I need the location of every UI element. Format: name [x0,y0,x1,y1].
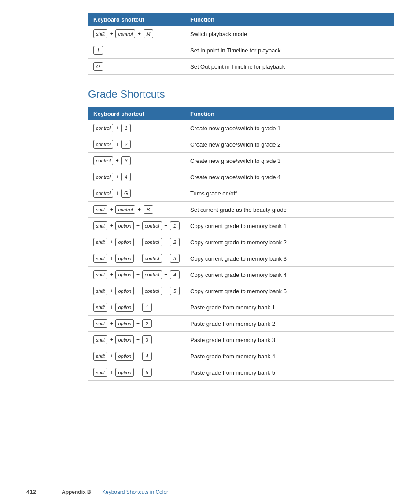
shortcut-keys: control + 2 [88,136,185,153]
table-row: control + 2 Create new grade/switch to g… [88,136,394,153]
key-control: control [93,124,113,132]
shortcut-keys: shift + option + 1 [88,299,185,316]
key-control: control [142,254,162,263]
key-option: option [115,221,134,230]
key-shift: shift [93,29,107,38]
key-5: 5 [170,287,180,295]
shortcut-keys: shift + option + control + 4 [88,267,185,283]
shortcut-keys: shift + option + 4 [88,348,185,364]
shortcut-function: Set In point in Timeline for playback [185,42,394,59]
key-m: M [144,29,153,38]
key-control: control [142,287,162,295]
shortcut-function: Set current grade as the beauty grade [185,202,394,218]
footer-separator [94,489,99,495]
shortcut-function: Create new grade/switch to grade 3 [185,153,394,169]
key-control: control [93,140,113,149]
key-control: control [142,270,162,279]
shortcut-function: Copy current grade to memory bank 5 [185,283,394,299]
table-row: shift + control + B Set current grade as… [88,202,394,218]
key-3: 3 [142,335,152,344]
key-3: 3 [121,156,131,165]
key-option: option [115,335,134,344]
key-5: 5 [142,368,152,377]
table-row: shift + option + control + 4 Copy curren… [88,267,394,283]
shortcut-function: Copy current grade to memory bank 2 [185,234,394,250]
table-row: I Set In point in Timeline for playback [88,42,394,59]
key-3: 3 [170,254,180,263]
shortcut-keys: shift + control + B [88,202,185,218]
key-control: control [93,173,113,181]
key-control: control [93,156,113,165]
key-2: 2 [142,319,152,328]
table-row: shift + option + 1 Paste grade from memo… [88,299,394,316]
shortcut-keys: I [88,42,185,59]
key-g: G [121,189,131,198]
key-shift: shift [93,319,107,328]
table-row: shift + option + 2 Paste grade from memo… [88,316,394,332]
key-option: option [115,368,134,377]
key-shift: shift [93,335,107,344]
grade-shortcut-table: Keyboard shortcut Function control + 1 C… [88,107,394,381]
key-shift: shift [93,254,107,263]
key-option: option [115,270,134,279]
shortcut-function: Copy current grade to memory bank 1 [185,218,394,234]
shortcut-keys: shift + option + 2 [88,316,185,332]
shortcut-function: Paste grade from memory bank 1 [185,299,394,316]
shortcut-function: Paste grade from memory bank 5 [185,364,394,381]
key-option: option [115,303,134,312]
top-shortcut-table: Keyboard shortcut Function shift + contr… [88,13,394,75]
key-i: I [93,46,103,55]
table-row: shift + option + 4 Paste grade from memo… [88,348,394,364]
key-shift: shift [93,221,107,230]
shortcut-function: Copy current grade to memory bank 3 [185,250,394,267]
grade-section-heading: Grade Shortcuts [88,88,394,100]
shortcut-function: Paste grade from memory bank 4 [185,348,394,364]
key-shift: shift [93,287,107,295]
table-row: O Set Out point in Timeline for playback [88,59,394,75]
table-row: shift + option + control + 3 Copy curren… [88,250,394,267]
shortcut-keys: control + G [88,185,185,202]
shortcut-keys: shift + option + 3 [88,332,185,348]
key-shift: shift [93,368,107,377]
key-4: 4 [142,352,152,361]
shortcut-keys: shift + option + control + 2 [88,234,185,250]
key-1: 1 [170,221,180,230]
shortcut-function: Copy current grade to memory bank 4 [185,267,394,283]
key-option: option [115,352,134,361]
key-shift: shift [93,205,107,214]
key-4: 4 [121,173,131,181]
table-row: shift + option + 5 Paste grade from memo… [88,364,394,381]
table-row: control + 3 Create new grade/switch to g… [88,153,394,169]
key-2: 2 [170,238,180,246]
footer-appendix: Appendix B [62,489,91,495]
shortcut-keys: control + 3 [88,153,185,169]
key-option: option [115,287,134,295]
key-control: control [93,189,113,198]
top-table-header-function: Function [185,13,394,26]
table-row: shift + option + control + 1 Copy curren… [88,218,394,234]
top-table-header-shortcut: Keyboard shortcut [88,13,185,26]
shortcut-keys: shift + control + M [88,26,185,42]
footer-chapter: Keyboard Shortcuts in Color [102,489,168,495]
shortcut-keys: O [88,59,185,75]
key-4: 4 [170,270,180,279]
shortcut-function: Paste grade from memory bank 2 [185,316,394,332]
key-control: control [115,205,135,214]
key-b: B [144,205,153,214]
shortcut-function: Switch playback mode [185,26,394,42]
key-control: control [142,238,162,246]
key-option: option [115,238,134,246]
shortcut-keys: shift + option + control + 3 [88,250,185,267]
table-row: control + 1 Create new grade/switch to g… [88,120,394,136]
table-row: control + 4 Create new grade/switch to g… [88,169,394,185]
shortcut-keys: control + 1 [88,120,185,136]
shortcut-keys: shift + option + 5 [88,364,185,381]
key-shift: shift [93,270,107,279]
key-o: O [93,62,103,71]
key-1: 1 [121,124,131,132]
key-control: control [115,29,135,38]
page-footer: 412 Appendix B Keyboard Shortcuts in Col… [0,489,420,495]
key-option: option [115,254,134,263]
key-1: 1 [142,303,152,312]
key-control: control [142,221,162,230]
